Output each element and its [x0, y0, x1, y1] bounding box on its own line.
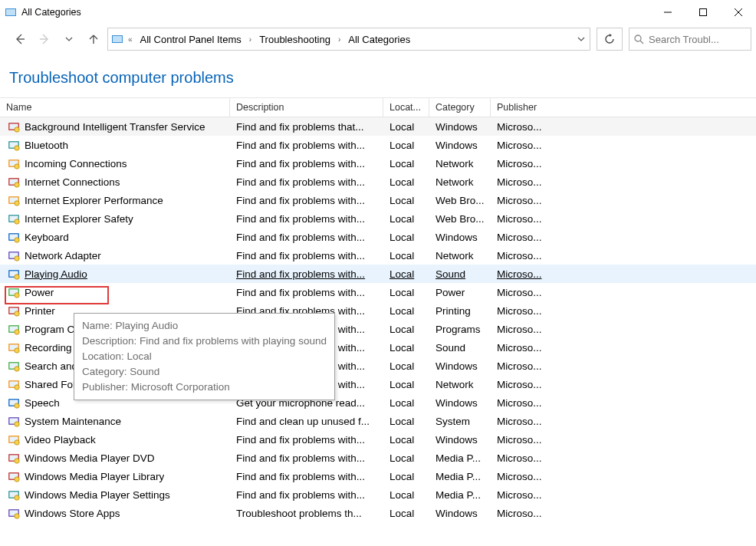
row-location: Local: [383, 136, 429, 154]
svg-point-53: [15, 367, 19, 371]
svg-point-26: [15, 201, 19, 206]
row-location: Local: [383, 449, 429, 467]
row-description: Find and fix problems that...: [230, 117, 383, 136]
row-description: Find and fix problems with...: [230, 209, 383, 228]
table-row[interactable]: Internet ConnectionsFind and fix problem…: [0, 173, 756, 191]
table-row[interactable]: Internet Explorer PerformanceFind and fi…: [0, 191, 756, 209]
svg-rect-1: [6, 9, 15, 15]
table-row[interactable]: KeyboardFind and fix problems with...Loc…: [0, 228, 756, 246]
row-description: Find and fix problems with...: [230, 154, 383, 173]
table-row[interactable]: Windows Store AppsTroubleshoot problems …: [0, 504, 756, 522]
address-bar[interactable]: « All Control Panel Items › Troubleshoot…: [107, 28, 590, 51]
row-name: Speech: [25, 397, 60, 409]
troubleshooter-icon: [8, 120, 20, 133]
maximize-button[interactable]: [685, 0, 721, 25]
up-button[interactable]: [83, 28, 104, 50]
row-name: Keyboard: [25, 232, 69, 243]
troubleshooter-icon: [8, 176, 20, 188]
table-row[interactable]: Internet Explorer SafetyFind and fix pro…: [0, 209, 756, 228]
row-description: Find and fix problems with...: [230, 136, 383, 154]
refresh-button[interactable]: [597, 28, 623, 51]
row-publisher: Microso...: [491, 301, 552, 320]
recent-locations-dropdown[interactable]: [58, 28, 80, 50]
row-name: Power: [25, 287, 54, 298]
chevron-right-icon[interactable]: ›: [337, 35, 342, 44]
troubleshooter-icon: [8, 433, 20, 446]
row-publisher: Microso...: [491, 154, 552, 173]
app-icon: [5, 6, 17, 18]
minimize-button[interactable]: [650, 0, 685, 25]
row-location: Local: [383, 301, 429, 320]
row-description: Find and fix problems with...: [230, 467, 383, 485]
row-name: Internet Connections: [25, 176, 120, 188]
svg-point-35: [15, 256, 19, 261]
row-publisher: Microso...: [491, 467, 552, 485]
back-button[interactable]: [9, 28, 31, 50]
svg-point-62: [15, 422, 19, 426]
troubleshooter-icon: [8, 139, 20, 151]
row-name: Internet Explorer Safety: [25, 213, 133, 225]
svg-point-10: [635, 35, 641, 41]
row-publisher: Microso...: [491, 117, 552, 136]
close-button[interactable]: [721, 0, 756, 25]
row-location: Local: [383, 412, 429, 430]
table-header: Name Description Locat... Category Publi…: [0, 97, 756, 117]
row-name: Windows Media Player Settings: [25, 489, 170, 501]
troubleshooter-icon: [8, 212, 20, 225]
row-publisher: Microso...: [491, 265, 552, 283]
table-row[interactable]: PowerFind and fix problems with...LocalP…: [0, 283, 756, 301]
table-row[interactable]: Background Intelligent Transfer ServiceF…: [0, 117, 756, 136]
breadcrumb-item[interactable]: Troubleshooting: [256, 32, 334, 47]
table-row[interactable]: Video PlaybackFind and fix problems with…: [0, 430, 756, 449]
table-row[interactable]: Windows Media Player DVDFind and fix pro…: [0, 449, 756, 467]
row-category: Media P...: [429, 467, 491, 485]
titlebar: All Categories: [0, 0, 756, 25]
tooltip: Name: Playing Audio Description: Find an…: [74, 313, 335, 400]
forward-button[interactable]: [34, 28, 55, 50]
tooltip-line: Publisher: Microsoft Corporation: [82, 380, 327, 395]
row-description: Find and fix problems with...: [230, 173, 383, 191]
row-category: Windows: [429, 504, 491, 522]
row-name: System Maintenance: [25, 416, 121, 427]
svg-point-77: [15, 514, 19, 518]
row-category: Windows: [429, 228, 491, 246]
address-dropdown[interactable]: [576, 35, 587, 43]
column-header-description[interactable]: Description: [230, 98, 383, 117]
row-name: Bluetooth: [25, 140, 68, 151]
svg-point-56: [15, 385, 19, 390]
row-location: Local: [383, 154, 429, 173]
row-category: Windows: [429, 393, 491, 412]
chevron-right-icon[interactable]: ›: [248, 35, 253, 44]
table-row[interactable]: Windows Media Player SettingsFind and fi…: [0, 485, 756, 504]
svg-point-65: [15, 440, 19, 445]
column-header-category[interactable]: Category: [429, 98, 491, 117]
search-input[interactable]: Search Troubl...: [629, 28, 751, 51]
row-name: Windows Store Apps: [25, 508, 120, 519]
column-header-name[interactable]: Name: [0, 98, 230, 117]
search-placeholder: Search Troubl...: [649, 34, 719, 45]
table-row[interactable]: Incoming ConnectionsFind and fix problem…: [0, 154, 756, 173]
row-category: System: [429, 412, 491, 430]
troubleshooter-icon: [8, 396, 20, 409]
svg-point-59: [15, 403, 19, 408]
row-publisher: Microso...: [491, 338, 552, 357]
breadcrumb-item[interactable]: All Control Panel Items: [137, 32, 245, 47]
column-header-publisher[interactable]: Publisher: [491, 98, 552, 117]
row-name: Windows Media Player DVD: [25, 452, 155, 464]
table-row[interactable]: Windows Media Player LibraryFind and fix…: [0, 467, 756, 485]
column-header-location[interactable]: Locat...: [383, 98, 429, 117]
table-row[interactable]: Playing AudioFind and fix problems with.…: [0, 265, 756, 283]
table-row[interactable]: System MaintenanceFind and clean up unus…: [0, 412, 756, 430]
breadcrumb-item[interactable]: All Categories: [345, 32, 413, 47]
row-location: Local: [383, 375, 429, 393]
row-location: Local: [383, 265, 429, 283]
row-category: Media P...: [429, 449, 491, 467]
row-location: Local: [383, 393, 429, 412]
svg-point-41: [15, 293, 19, 298]
table-row[interactable]: BluetoothFind and fix problems with...Lo…: [0, 136, 756, 154]
table-row[interactable]: Network AdapterFind and fix problems wit…: [0, 246, 756, 265]
page-title: Troubleshoot computer problems: [0, 54, 756, 97]
row-description: Troubleshoot problems th...: [230, 504, 383, 522]
row-category: Web Bro...: [429, 191, 491, 209]
row-name: Video Playback: [25, 434, 96, 446]
